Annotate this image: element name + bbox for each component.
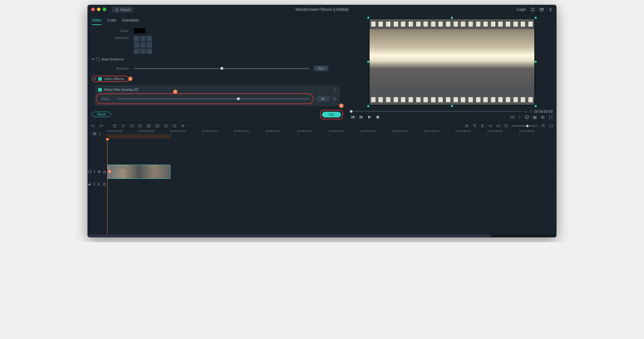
frame-back-icon[interactable] xyxy=(359,115,363,119)
dir-nw[interactable]: ↖ xyxy=(134,36,139,41)
tab-color[interactable]: Color xyxy=(107,17,116,25)
reset-button[interactable]: Reset xyxy=(92,112,111,117)
video-effects-checkbox[interactable] xyxy=(98,77,102,81)
preview-canvas[interactable] xyxy=(368,17,536,106)
step-back-icon[interactable] xyxy=(351,115,355,119)
green-screen-icon[interactable] xyxy=(155,124,159,128)
eye-icon[interactable] xyxy=(97,170,101,173)
track-manager-icon[interactable] xyxy=(93,132,96,135)
track-content[interactable] xyxy=(107,188,557,210)
undo-icon[interactable] xyxy=(91,124,95,128)
svg-point-6 xyxy=(147,124,151,128)
alpha-slider[interactable] xyxy=(117,98,310,99)
auto-enhance-checkbox[interactable] xyxy=(96,58,100,61)
preview-scale-select[interactable]: 1/2 xyxy=(510,115,515,119)
zoom-slider[interactable] xyxy=(512,125,538,126)
display-icon[interactable] xyxy=(525,115,529,119)
keyframe-icon[interactable] xyxy=(172,124,177,128)
chevron-down-icon[interactable] xyxy=(94,78,96,80)
sequence-icon[interactable] xyxy=(496,124,500,128)
zoom-in-icon[interactable] xyxy=(541,124,545,128)
zoom-fit-icon[interactable] xyxy=(549,124,553,128)
clip-effect-badge[interactable]: fx xyxy=(108,170,111,173)
ruler-tick: 00:01:05:00 xyxy=(519,129,534,133)
main-area: Video Color Animation Color: Direction: … xyxy=(87,14,557,122)
video-track-content[interactable]: ▸ Sea Video fx xyxy=(107,164,557,180)
video-clip[interactable]: ▸ Sea Video fx xyxy=(107,165,171,179)
alpha-value[interactable] xyxy=(317,96,329,102)
app-window: Import Wondershare Filmora (Untitled) Lo… xyxy=(87,5,557,237)
mute-icon[interactable] xyxy=(97,182,101,186)
lock-icon[interactable] xyxy=(103,170,106,173)
direction-grid[interactable]: ↖↑↗ ←⤢→ ↙↓↘ xyxy=(134,36,152,54)
dir-n[interactable]: ↑ xyxy=(140,36,146,41)
maximize-window-icon[interactable] xyxy=(103,8,106,11)
volume-icon[interactable] xyxy=(541,115,545,119)
mic-icon[interactable] xyxy=(480,124,485,128)
audio-track-content[interactable] xyxy=(107,180,557,188)
video-effects-title: Video Effects xyxy=(104,77,124,81)
timeline: 00:00:00:0000:00:05:0000:00:10:0000:00:1… xyxy=(87,129,557,238)
dir-se[interactable]: ↘ xyxy=(146,48,152,54)
tab-animation[interactable]: Animation xyxy=(122,17,139,25)
adjust-icon[interactable] xyxy=(181,124,185,128)
scrub-nav-left[interactable]: |‹ xyxy=(525,110,527,113)
mixer-icon[interactable] xyxy=(488,124,493,128)
track-content[interactable] xyxy=(107,138,557,163)
ok-button[interactable]: OK xyxy=(322,112,341,117)
dir-sw[interactable]: ↙ xyxy=(134,48,139,54)
transform-handle[interactable] xyxy=(451,105,453,107)
timeline-ruler[interactable]: 00:00:00:0000:00:05:0000:00:10:0000:00:1… xyxy=(107,129,557,138)
split-icon[interactable] xyxy=(121,124,125,128)
login-button[interactable]: Login xyxy=(517,7,526,12)
link-icon[interactable] xyxy=(98,132,102,135)
transform-handle[interactable] xyxy=(451,17,453,19)
tab-video[interactable]: Video xyxy=(92,17,101,25)
redo-icon[interactable] xyxy=(99,124,103,128)
snapshot-icon[interactable] xyxy=(533,115,537,119)
render-icon[interactable] xyxy=(465,124,469,128)
close-window-icon[interactable] xyxy=(91,8,95,11)
amount-value[interactable] xyxy=(314,66,328,71)
dir-e[interactable]: → xyxy=(146,42,152,48)
minimize-window-icon[interactable] xyxy=(97,8,100,11)
dir-c[interactable]: ⤢ xyxy=(140,42,146,48)
preview-scrubber[interactable] xyxy=(351,111,523,112)
timeline-hscroll[interactable] xyxy=(87,234,557,237)
clip-label: ▸ Sea Video xyxy=(108,166,126,169)
speed-icon[interactable] xyxy=(138,124,142,128)
timeline-tracks: 1 ▸ Sea Video fx 1 xyxy=(87,138,557,235)
crop-icon[interactable] xyxy=(130,124,134,128)
dir-s[interactable]: ↓ xyxy=(140,48,146,54)
mail-icon[interactable] xyxy=(539,7,544,12)
dir-ne[interactable]: ↗ xyxy=(146,36,152,41)
import-button[interactable]: Import xyxy=(112,6,133,13)
transform-handle[interactable] xyxy=(367,105,369,107)
export-icon[interactable] xyxy=(548,7,553,12)
fullscreen-icon[interactable] xyxy=(549,115,553,119)
video-effects-highlight: Video Effects xyxy=(92,76,129,82)
auto-enhance-section[interactable]: Auto Enhance xyxy=(87,55,347,63)
dir-w[interactable]: ← xyxy=(134,42,139,48)
transform-handle[interactable] xyxy=(535,105,537,107)
amount-slider[interactable] xyxy=(134,68,310,69)
sync-icon[interactable] xyxy=(531,7,535,12)
lock-icon[interactable] xyxy=(103,182,106,186)
scrub-nav-right[interactable]: ›| xyxy=(530,110,532,113)
chevron-down-icon[interactable]: ▼ xyxy=(518,116,521,119)
reset-icon[interactable] xyxy=(332,97,337,101)
stop-icon[interactable] xyxy=(376,115,380,119)
delete-icon[interactable] xyxy=(113,124,117,128)
transform-handle[interactable] xyxy=(367,17,369,19)
transform-handle[interactable] xyxy=(535,17,537,19)
transform-handle[interactable] xyxy=(535,61,537,63)
color-icon[interactable] xyxy=(147,124,151,128)
effect-remove-button[interactable]: ✕ xyxy=(334,88,337,92)
play-icon[interactable] xyxy=(368,115,371,119)
color-swatch[interactable] xyxy=(134,28,145,33)
marker-icon[interactable] xyxy=(473,124,477,128)
effect-enable-checkbox[interactable] xyxy=(98,88,102,91)
transform-handle[interactable] xyxy=(367,61,369,63)
zoom-out-icon[interactable] xyxy=(504,124,508,128)
motion-tracking-icon[interactable] xyxy=(164,124,168,128)
